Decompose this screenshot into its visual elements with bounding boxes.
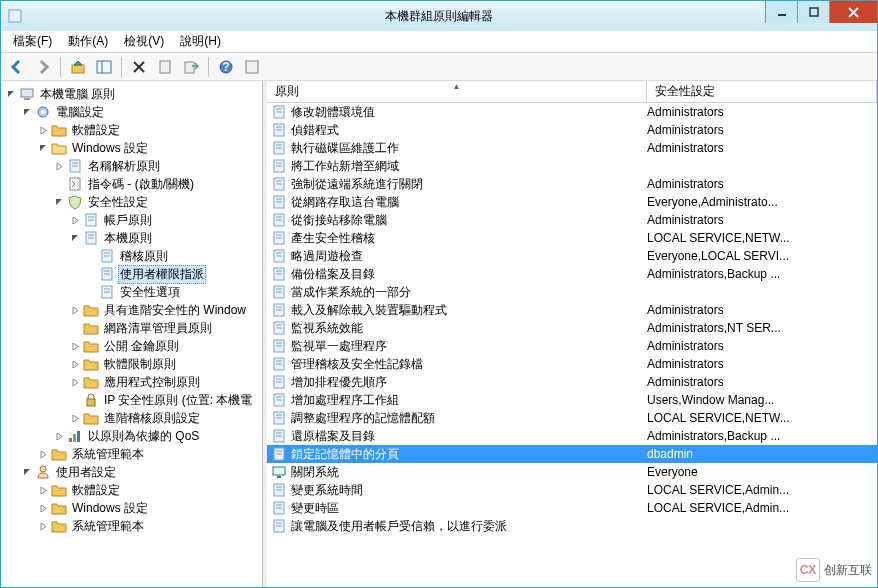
tree-local[interactable]: 本機原則 <box>3 229 262 247</box>
collapse-icon[interactable] <box>67 230 83 246</box>
collapse-icon[interactable] <box>3 86 19 102</box>
policy-row[interactable]: 調整處理程序的記憶體配額LOCAL SERVICE,NETW... <box>267 409 877 427</box>
policy-row[interactable]: 載入及解除載入裝置驅動程式Administrators <box>267 301 877 319</box>
back-button[interactable] <box>5 55 29 79</box>
tree-software[interactable]: 軟體設定 <box>3 121 262 139</box>
show-tree-button[interactable] <box>92 55 116 79</box>
titlebar[interactable]: 本機群組原則編輯器 <box>1 1 877 31</box>
policy-list[interactable]: 修改韌體環境值Administrators偵錯程式Administrators執… <box>267 103 877 587</box>
policy-row[interactable]: 強制從遠端系統進行關閉Administrators <box>267 175 877 193</box>
policy-row[interactable]: 增加處理程序工作組Users,Window Manag... <box>267 391 877 409</box>
menu-help[interactable]: 說明(H) <box>174 31 227 52</box>
expand-icon[interactable] <box>35 518 51 534</box>
forward-button[interactable] <box>31 55 55 79</box>
tree-secset[interactable]: 安全性設定 <box>3 193 262 211</box>
expand-icon[interactable] <box>67 338 83 354</box>
policy-row[interactable]: 略過周遊檢查Everyone,LOCAL SERVI... <box>267 247 877 265</box>
close-button[interactable] <box>829 1 877 23</box>
tree-ipsec[interactable]: IP 安全性原則 (位置: 本機電 <box>3 391 262 409</box>
policy-row[interactable]: 修改韌體環境值Administrators <box>267 103 877 121</box>
policy-row[interactable]: 鎖定記憶體中的分頁dbadmin <box>267 445 877 463</box>
up-button[interactable] <box>66 55 90 79</box>
policy-row[interactable]: 增加排程優先順序Administrators <box>267 373 877 391</box>
policy-row[interactable]: 還原檔案及目錄Administrators,Backup ... <box>267 427 877 445</box>
export-button[interactable] <box>179 55 203 79</box>
help-button[interactable]: ? <box>214 55 238 79</box>
policy-row[interactable]: 將工作站新增至網域 <box>267 157 877 175</box>
policy-row[interactable]: 監視系統效能Administrators,NT SER... <box>267 319 877 337</box>
folder-icon <box>83 302 99 318</box>
policy-row[interactable]: 偵錯程式Administrators <box>267 121 877 139</box>
column-policy[interactable]: 原則▲ <box>267 81 647 102</box>
tree-usoftware[interactable]: 軟體設定 <box>3 481 262 499</box>
expand-icon[interactable] <box>51 428 67 444</box>
watermark: CX 创新互联 <box>796 558 872 582</box>
policy-row[interactable]: 從網路存取這台電腦Everyone,Administrato... <box>267 193 877 211</box>
expand-icon[interactable] <box>67 212 83 228</box>
expand-icon[interactable] <box>67 374 83 390</box>
policy-row[interactable]: 讓電腦及使用者帳戶受信賴，以進行委派 <box>267 517 877 535</box>
policy-row[interactable]: 產生安全性稽核LOCAL SERVICE,NETW... <box>267 229 877 247</box>
policy-row[interactable]: 關閉系統Everyone <box>267 463 877 481</box>
collapse-icon[interactable] <box>51 194 67 210</box>
maximize-button[interactable] <box>797 1 829 23</box>
tree-uwindows[interactable]: Windows 設定 <box>3 499 262 517</box>
tree-netlist[interactable]: 網路清單管理員原則 <box>3 319 262 337</box>
policy-row[interactable]: 當成作業系統的一部分 <box>267 283 877 301</box>
policy-row[interactable]: 執行磁碟區維護工作Administrators <box>267 139 877 157</box>
policy-name: 監視單一處理程序 <box>291 338 647 355</box>
column-security[interactable]: 安全性設定 <box>647 81 877 102</box>
tree-computer[interactable]: 電腦設定 <box>3 103 262 121</box>
minimize-button[interactable] <box>765 1 797 23</box>
policy-icon <box>271 446 287 462</box>
expand-icon[interactable] <box>35 482 51 498</box>
policy-row[interactable]: 從銜接站移除電腦Administrators <box>267 211 877 229</box>
menu-file[interactable]: 檔案(F) <box>7 31 58 52</box>
tree-secopt[interactable]: 安全性選項 <box>3 283 262 301</box>
delete-button[interactable] <box>127 55 151 79</box>
policy-row[interactable]: 管理稽核及安全性記錄檔Administrators <box>267 355 877 373</box>
tree-nameres[interactable]: 名稱解析原則 <box>3 157 262 175</box>
monitor-icon <box>271 464 287 480</box>
svg-rect-11 <box>185 62 194 73</box>
tree-appctrl[interactable]: 應用程式控制原則 <box>3 373 262 391</box>
collapse-icon[interactable] <box>35 140 51 156</box>
menu-action[interactable]: 動作(A) <box>62 31 114 52</box>
expand-icon[interactable] <box>35 446 51 462</box>
tree-user[interactable]: 使用者設定 <box>3 463 262 481</box>
properties-button[interactable] <box>153 55 177 79</box>
policy-row[interactable]: 變更系統時間LOCAL SERVICE,Admin... <box>267 481 877 499</box>
refresh-button[interactable] <box>240 55 264 79</box>
collapse-icon[interactable] <box>19 104 35 120</box>
policy-icon <box>271 104 287 120</box>
tree-qos[interactable]: 以原則為依據的 QoS <box>3 427 262 445</box>
collapse-icon[interactable] <box>19 464 35 480</box>
policy-row[interactable]: 變更時區LOCAL SERVICE,Admin... <box>267 499 877 517</box>
expand-icon[interactable] <box>35 122 51 138</box>
tree-windows[interactable]: Windows 設定 <box>3 139 262 157</box>
expand-icon[interactable] <box>35 500 51 516</box>
tree-admintmpl[interactable]: 系統管理範本 <box>3 445 262 463</box>
menu-view[interactable]: 檢視(V) <box>118 31 170 52</box>
tree-pane[interactable]: 本機電腦 原則電腦設定軟體設定Windows 設定名稱解析原則指令碼 - (啟動… <box>1 81 263 587</box>
folder-icon <box>83 320 99 336</box>
tree-scripts[interactable]: 指令碼 - (啟動/關機) <box>3 175 262 193</box>
svg-rect-39 <box>69 438 72 442</box>
svg-rect-0 <box>9 10 21 22</box>
tree-advaudit[interactable]: 進階稽核原則設定 <box>3 409 262 427</box>
tree-userrights[interactable]: 使用者權限指派 <box>3 265 262 283</box>
expand-icon[interactable] <box>67 302 83 318</box>
tree-audit[interactable]: 稽核原則 <box>3 247 262 265</box>
tree-root[interactable]: 本機電腦 原則 <box>3 85 262 103</box>
tree-account[interactable]: 帳戶原則 <box>3 211 262 229</box>
expand-icon[interactable] <box>67 356 83 372</box>
tree-softrestrict[interactable]: 軟體限制原則 <box>3 355 262 373</box>
policy-row[interactable]: 備份檔案及目錄Administrators,Backup ... <box>267 265 877 283</box>
tree-pubkey[interactable]: 公開 金鑰原則 <box>3 337 262 355</box>
policy-row[interactable]: 監視單一處理程序Administrators <box>267 337 877 355</box>
tree-advfw[interactable]: 具有進階安全性的 Window <box>3 301 262 319</box>
expand-icon[interactable] <box>67 410 83 426</box>
expand-icon[interactable] <box>51 158 67 174</box>
tree-uadmintmpl[interactable]: 系統管理範本 <box>3 517 262 535</box>
policy-value: Users,Window Manag... <box>647 393 877 407</box>
